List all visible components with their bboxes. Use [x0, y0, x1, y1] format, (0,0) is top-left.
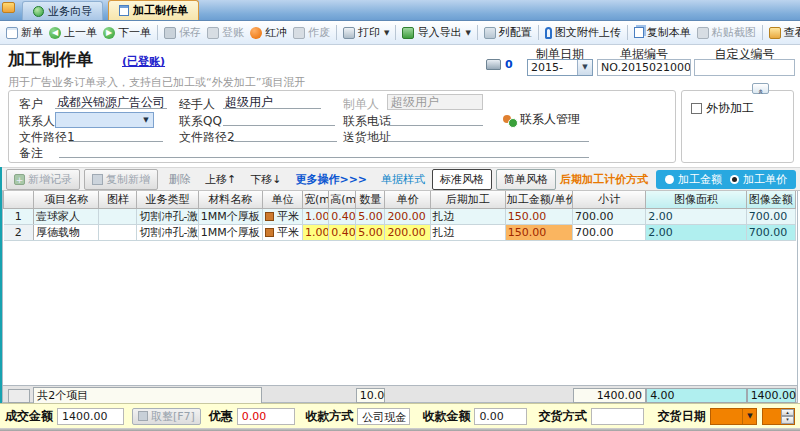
- col-image-area[interactable]: 图像面积: [646, 191, 746, 208]
- paste-screenshot-button[interactable]: 粘贴截图: [694, 23, 759, 42]
- cell-type[interactable]: 切割冲孔-激光: [137, 224, 198, 240]
- col-process-price[interactable]: 加工金额/单价: [505, 191, 572, 208]
- col-material[interactable]: 材料名称: [198, 191, 262, 208]
- cell-post[interactable]: 扎边: [430, 208, 505, 224]
- add-record-button[interactable]: +新增记录: [6, 169, 80, 190]
- col-subtotal[interactable]: 小计: [573, 191, 646, 208]
- move-down-button[interactable]: 下移↓: [250, 172, 281, 187]
- phone-field[interactable]: [387, 111, 483, 126]
- col-width[interactable]: 宽(m): [303, 191, 329, 208]
- printer-icon[interactable]: [486, 59, 501, 70]
- cell-img_amount[interactable]: 700.00: [746, 224, 795, 240]
- style-standard-button[interactable]: 标准风格: [432, 169, 492, 190]
- cell-name[interactable]: 壹球家人: [34, 208, 99, 224]
- red-flush-button[interactable]: 红冲: [247, 23, 290, 42]
- round-button[interactable]: 取整[F7]: [132, 408, 201, 425]
- cell-img_area[interactable]: 2.00: [646, 208, 746, 224]
- cell-post_price[interactable]: 150.00: [505, 208, 572, 224]
- copy-add-button[interactable]: 复制新增: [84, 169, 158, 190]
- delete-button[interactable]: 删除: [169, 172, 191, 187]
- cell-w[interactable]: 1.00: [303, 208, 329, 224]
- outsource-checkbox-row[interactable]: 外协加工: [691, 100, 754, 117]
- checkbox-icon[interactable]: [691, 103, 702, 114]
- tab-processing-order[interactable]: 加工制作单: [108, 0, 199, 20]
- cell-pattern[interactable]: [99, 224, 137, 240]
- next-order-button[interactable]: ▶下一单: [100, 23, 154, 42]
- deal-amount-field[interactable]: 1400.00: [57, 408, 124, 425]
- customer-field[interactable]: 成都兴锦源广告公司: [55, 94, 167, 109]
- cell-material[interactable]: 1MM个厚板: [198, 208, 262, 224]
- cell-unit[interactable]: 平米: [262, 208, 302, 224]
- cell-name[interactable]: 厚德载物: [34, 224, 99, 240]
- cell-h[interactable]: 0.40: [329, 224, 356, 240]
- file-path2-field[interactable]: [231, 127, 337, 142]
- chevron-down-icon[interactable]: ▼: [139, 113, 153, 127]
- col-unit-price[interactable]: 单价: [385, 191, 430, 208]
- cell-pattern[interactable]: [99, 208, 137, 224]
- col-business-type[interactable]: 业务类型: [137, 191, 198, 208]
- col-quantity[interactable]: 数量: [356, 191, 385, 208]
- cell-unit[interactable]: 平米: [262, 224, 302, 240]
- chevron-down-icon[interactable]: ▼: [577, 60, 592, 75]
- cell-type[interactable]: 切割冲孔-激光: [137, 208, 198, 224]
- cell-img_amount[interactable]: 700.00: [746, 208, 795, 224]
- arrow-left-icon: ◀: [49, 27, 61, 39]
- contact-manage-button[interactable]: 联系人管理: [503, 111, 580, 128]
- cell-subtotal[interactable]: 700.00: [573, 208, 646, 224]
- col-image-amount[interactable]: 图像金额: [746, 191, 795, 208]
- spin-down-icon[interactable]: ▾: [781, 416, 794, 424]
- column-config-button[interactable]: 列配置: [481, 23, 535, 42]
- pay-method-field[interactable]: 公司现金: [357, 408, 410, 425]
- delivery-method-field[interactable]: [591, 408, 644, 425]
- chevron-down-icon[interactable]: ▼: [742, 409, 756, 424]
- qq-field[interactable]: [223, 111, 335, 126]
- col-unit[interactable]: 单位: [262, 191, 302, 208]
- tab-business-wizard[interactable]: 业务向导: [22, 1, 103, 20]
- cell-w[interactable]: 1.00: [303, 224, 329, 240]
- import-export-button[interactable]: 导入导出▼: [399, 23, 473, 42]
- handler-field[interactable]: 超级用户: [223, 94, 321, 109]
- col-project-name[interactable]: 项目名称: [34, 191, 99, 208]
- contact-dropdown[interactable]: ▼: [55, 112, 154, 128]
- remark-field[interactable]: [59, 143, 589, 158]
- style-simple-button[interactable]: 简单风格: [496, 169, 556, 190]
- collapse-header-button[interactable]: «: [752, 83, 769, 94]
- cell-post_price[interactable]: 150.00: [505, 224, 572, 240]
- discount-field[interactable]: 0.00: [237, 408, 296, 425]
- cell-material[interactable]: 1MM个厚板: [198, 224, 262, 240]
- cell-price[interactable]: 200.00: [385, 224, 430, 240]
- custom-no-field[interactable]: [694, 59, 795, 76]
- more-operations-button[interactable]: 更多操作>>>: [295, 172, 367, 187]
- page-subtitle: 用于广告业务订单录入，支持自已加工或“外发加工”项目混开: [8, 75, 305, 90]
- pricing-amount-radio[interactable]: 加工金额: [665, 172, 722, 187]
- order-date-combo[interactable]: 2015-02-10 ▼: [527, 59, 593, 76]
- cell-h[interactable]: 0.40: [329, 208, 356, 224]
- spin-up-icon[interactable]: ▴: [781, 409, 794, 417]
- pricing-unit-price-radio[interactable]: 加工单价: [730, 172, 787, 187]
- cell-img_area[interactable]: 2.00: [646, 224, 746, 240]
- col-post-process[interactable]: 后期加工: [430, 191, 505, 208]
- attachment-upload-button[interactable]: 图文附件上传: [542, 23, 624, 42]
- col-pattern[interactable]: 图样: [99, 191, 137, 208]
- posted-status-link[interactable]: (已登账): [122, 54, 165, 69]
- cell-qty[interactable]: 5.00: [356, 208, 385, 224]
- cell-price[interactable]: 200.00: [385, 208, 430, 224]
- col-height[interactable]: 高(m): [329, 191, 356, 208]
- cell-post[interactable]: 扎边: [430, 224, 505, 240]
- copy-order-button[interactable]: 复制本单: [631, 23, 694, 42]
- cell-subtotal[interactable]: 700.00: [573, 224, 646, 240]
- new-order-button[interactable]: 新单: [3, 23, 46, 42]
- address-field[interactable]: [387, 127, 589, 142]
- save-button[interactable]: 保存: [161, 23, 204, 42]
- cell-qty[interactable]: 5.00: [356, 224, 385, 240]
- delivery-time-spinner[interactable]: ▴ ▾: [762, 408, 795, 425]
- view-payment-button[interactable]: 查看收款过程: [766, 23, 800, 42]
- received-amount-field[interactable]: 0.00: [474, 408, 526, 425]
- void-button[interactable]: 作废: [290, 23, 333, 42]
- prev-order-button[interactable]: ◀上一单: [46, 23, 100, 42]
- file-path1-field[interactable]: [69, 127, 163, 142]
- post-account-button[interactable]: 登账: [204, 23, 247, 42]
- print-button[interactable]: 打印▼: [340, 23, 392, 42]
- move-up-button[interactable]: 上移↑: [205, 172, 236, 187]
- delivery-date-dropdown[interactable]: ▼: [710, 408, 758, 425]
